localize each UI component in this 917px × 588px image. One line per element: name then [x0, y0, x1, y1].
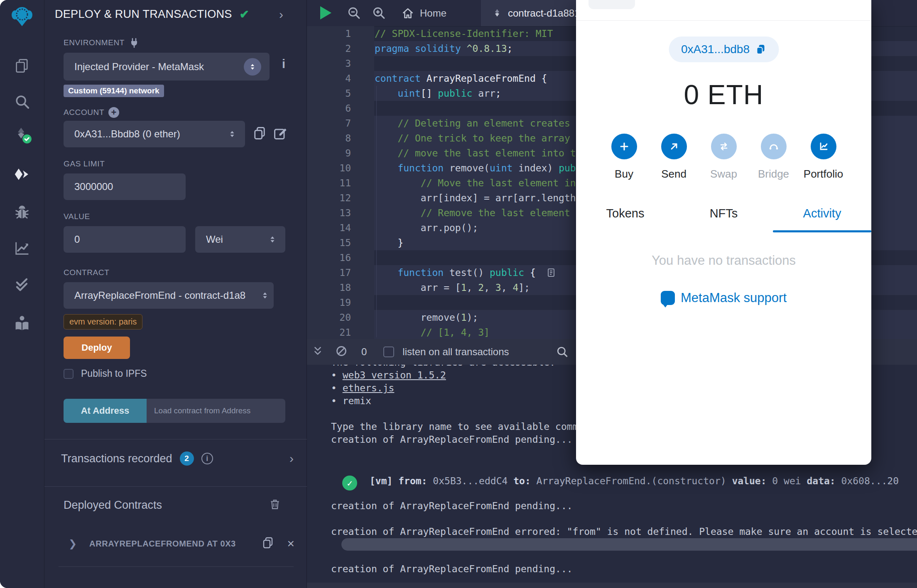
bridge-button[interactable]: Bridge [761, 134, 787, 181]
environment-info-icon[interactable]: i [282, 57, 285, 71]
line-number: 14 [307, 220, 374, 235]
line-number: 19 [307, 295, 374, 310]
publish-ipfs-checkbox[interactable] [64, 369, 74, 379]
terminal-clear-icon[interactable] [336, 345, 347, 359]
add-account-icon[interactable]: + [108, 107, 119, 118]
sidebar-item-search[interactable] [0, 90, 44, 115]
panel-check-icon: ✔ [240, 7, 249, 21]
sidebar-item-file-explorer[interactable] [0, 53, 44, 78]
listen-all-label: listen on all transactions [402, 346, 509, 358]
line-number: 17 [307, 265, 374, 280]
updown-icon [268, 235, 277, 244]
divider [44, 486, 307, 487]
gas-limit-input[interactable] [64, 173, 186, 200]
terminal-expand-icon[interactable] [312, 346, 323, 358]
sidebar-item-unit-testing[interactable] [0, 271, 44, 298]
sidebar-item-solidity-compiler[interactable] [0, 121, 44, 148]
copy-address-icon [755, 44, 766, 55]
account-label: ACCOUNT + [64, 107, 119, 118]
sidebar-item-statistics[interactable] [0, 235, 44, 261]
action-label: Portfolio [804, 168, 843, 181]
vm-log-text: [vm] from: 0x5B3...eddC4 to: ArrayReplac… [370, 476, 899, 486]
statistics-icon [13, 239, 31, 257]
line-number: 15 [307, 235, 374, 250]
sidebar-item-deploy-and-run[interactable] [0, 161, 44, 188]
evm-version-badge: evm version: paris [64, 314, 142, 329]
updown-icon [260, 291, 270, 300]
line-number: 10 [307, 161, 374, 176]
deployed-contract-item[interactable]: ❯ ARRAYREPLACEFROMEND AT 0X3 × [69, 536, 301, 551]
value-unit: Wei [206, 234, 223, 245]
deployed-contracts-label: Deployed Contracts [64, 499, 162, 512]
inline-annotation-icon[interactable] [547, 268, 557, 278]
transactions-info-icon[interactable]: i [201, 453, 213, 464]
action-buttons-row: BuySendSwapBridgePortfolio [576, 134, 871, 181]
at-address-button[interactable]: At Address [64, 399, 147, 423]
zoom-out-icon[interactable] [347, 6, 361, 22]
contract-value: ArrayReplaceFromEnd - contract-d1a8 [74, 290, 260, 301]
terminal-scrollbar[interactable] [341, 538, 917, 551]
sidebar-item-debugger[interactable] [0, 199, 44, 226]
deploy-button[interactable]: Deploy [64, 337, 130, 359]
metamask-tabs: TokensNFTsActivity [576, 207, 871, 231]
swap-button[interactable]: Swap [711, 134, 737, 181]
contract-tab-label: contract-d1a881 [508, 7, 580, 19]
send-button[interactable]: Send [661, 134, 687, 181]
copy-account-icon[interactable] [252, 126, 267, 142]
line-number: 13 [307, 205, 374, 220]
eth-balance: 0 ETH [576, 79, 871, 110]
divider [44, 439, 307, 439]
contract-select[interactable]: ArrayReplaceFromEnd - contract-d1a8 [64, 282, 274, 309]
account-address-pill[interactable]: 0xA31...bdb8 [669, 37, 779, 62]
remix-logo-icon [10, 5, 34, 29]
line-number: 21 [307, 325, 374, 340]
environment-select[interactable]: Injected Provider - MetaMask [64, 53, 270, 81]
deployed-contracts-row: Deployed Contracts [64, 498, 292, 512]
plus-icon [611, 134, 637, 159]
expand-contract-chevron-icon[interactable]: ❯ [69, 539, 77, 549]
environment-select-handle[interactable] [244, 58, 261, 76]
environment-label: ENVIRONMENT [64, 37, 140, 48]
edit-account-icon[interactable] [273, 126, 288, 142]
panel-collapse-chevron-icon[interactable]: › [279, 8, 283, 21]
buy-button[interactable]: Buy [611, 134, 637, 181]
terminal-vm-log[interactable]: ✓ [vm] from: 0x5B3...eddC4 to: ArrayRepl… [342, 476, 917, 490]
metamask-popup: 0xA31...bdb8 0 ETH BuySendSwapBridgePort… [576, 0, 871, 465]
environment-value: Injected Provider - MetaMask [74, 61, 204, 73]
send-icon [661, 134, 687, 159]
tab-activity[interactable]: Activity [773, 207, 871, 231]
sidebar-item-learneth[interactable] [0, 310, 44, 337]
address-text: 0xA31...bdb8 [681, 43, 750, 56]
remix-logo-icon[interactable] [0, 4, 44, 29]
clear-deployed-trash-icon[interactable] [269, 498, 281, 512]
terminal-line: creation of ArrayReplaceFromEnd errored:… [331, 526, 917, 537]
debugger-icon [13, 203, 31, 222]
tab-tokens[interactable]: Tokens [576, 207, 674, 231]
transactions-expand-chevron-icon[interactable]: › [289, 452, 294, 465]
panel-title: DEPLOY & RUN TRANSACTIONS [55, 8, 232, 21]
listen-all-checkbox[interactable] [383, 346, 394, 357]
remove-contract-icon[interactable]: × [287, 537, 294, 550]
success-check-icon: ✓ [342, 476, 357, 490]
line-number: 3 [307, 56, 374, 71]
tab-nfts[interactable]: NFTs [674, 207, 773, 231]
portfolio-button[interactable]: Portfolio [811, 134, 836, 181]
solidity-file-icon [492, 8, 503, 19]
run-script-play-icon[interactable] [320, 6, 331, 20]
tab-home[interactable]: Home [402, 0, 446, 26]
search-icon [13, 93, 31, 111]
deploy-panel: DEPLOY & RUN TRANSACTIONS ✔ › ENVIRONMEN… [44, 0, 307, 588]
metamask-support-link[interactable]: ? MetaMask support [576, 290, 871, 305]
line-number: 8 [307, 131, 374, 146]
line-number: 12 [307, 190, 374, 205]
transactions-recorded-row: Transactions recorded 2 i › [61, 451, 294, 466]
at-address-input[interactable] [147, 399, 285, 423]
double-check-icon [13, 276, 31, 294]
copy-contract-icon[interactable] [261, 536, 275, 551]
line-number: 18 [307, 280, 374, 295]
value-unit-select[interactable]: Wei [195, 226, 285, 253]
value-input[interactable] [64, 226, 186, 253]
zoom-in-icon[interactable] [372, 6, 386, 22]
terminal-search-icon[interactable] [556, 346, 569, 360]
account-select[interactable]: 0xA31...Bbdb8 (0 ether) [64, 121, 245, 147]
